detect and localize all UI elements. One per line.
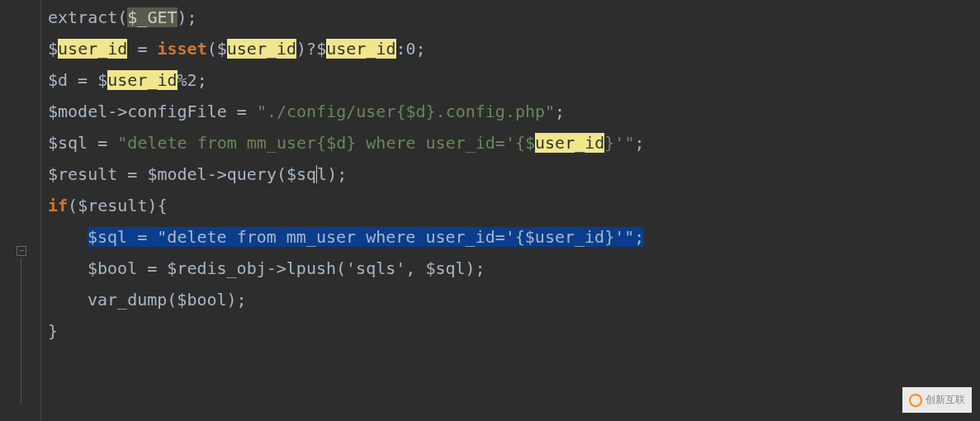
watermark-badge: 创新互联 [902,387,972,413]
code-token: $sql = [88,227,157,247]
keyword-token: if [48,196,68,215]
code-token: %2; [178,70,207,90]
highlight-gray: $_GET [127,7,177,27]
string-token: "delete from mm_user{$d} where user_id='… [117,133,535,153]
code-token: $model->configFile = [48,102,257,121]
code-token: ; [634,227,644,247]
selection-highlight: $sql = "delete from mm_user where user_i… [88,227,644,247]
code-content[interactable]: extract($_GET); $user_id = isset($user_i… [41,0,980,421]
code-token: l); [317,164,347,184]
code-line: $sql = "delete from mm_user where user_i… [48,221,980,253]
watermark-text: 创新互联 [926,390,965,409]
text-cursor-icon [316,165,317,183]
code-line: $bool = $redis_obj->lpush('sqls', $sql); [48,253,980,284]
code-token: ($ [207,39,227,59]
fold-collapse-icon[interactable]: − [17,246,26,256]
code-token: var_dump($bool); [88,290,247,310]
code-line: extract($_GET); [48,2,980,33]
highlight-yellow: user_id [326,39,395,59]
code-line: $model->configFile = "./config/user{$d}.… [48,96,980,127]
highlight-yellow: user_id [107,70,177,90]
code-line: $d = $user_id%2; [48,64,980,96]
code-token: = [127,39,157,59]
code-line: var_dump($bool); [48,284,980,315]
code-line: $result = $model->query($sql); [48,158,980,190]
code-token: $result = $model->query($sq [48,164,316,184]
code-token: ; [634,133,644,153]
code-token: } [48,321,58,341]
string-token: "delete from mm_user where user_id='{$us… [157,227,634,247]
code-token: $d = $ [48,70,107,90]
code-token: ($result){ [68,196,167,215]
code-token: :0; [396,39,426,59]
highlight-yellow: user_id [227,39,296,59]
string-token: "./config/user{$d}.config.php" [257,102,555,121]
code-line: $user_id = isset($user_id)?$user_id:0; [48,33,980,64]
watermark-logo-icon [909,394,922,407]
code-token: )?$ [296,39,326,59]
fold-guide-line [21,258,21,404]
gutter: − [0,0,41,421]
highlight-yellow: user_id [535,133,604,153]
highlight-yellow: user_id [58,39,127,59]
string-token: }'" [604,133,634,153]
code-token: extract( [48,7,127,27]
code-line: $sql = "delete from mm_user{$d} where us… [48,127,980,158]
keyword-token: isset [157,39,206,59]
code-line: if($result){ [48,190,980,221]
code-token: ; [555,102,565,121]
code-line: } [48,315,980,347]
code-token: $bool = $redis_obj->lpush('sqls', $sql); [88,258,485,278]
code-token: ); [178,7,197,27]
code-editor[interactable]: − extract($_GET); $user_id = isset($user… [0,0,980,421]
code-token: $ [48,39,58,59]
code-token: $sql = [48,133,117,153]
